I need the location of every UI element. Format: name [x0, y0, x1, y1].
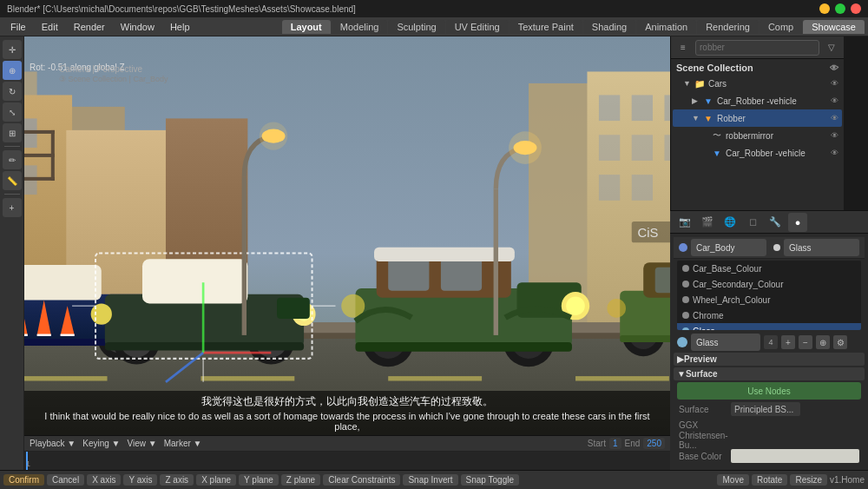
- viewport-3d[interactable]: ⬛ Orientation: ↔ Default Drag: Select Bo…: [24, 36, 670, 470]
- menu-render[interactable]: Render: [67, 20, 112, 34]
- menu-edit[interactable]: Edit: [35, 20, 65, 34]
- glass-name-display[interactable]: Glass: [691, 334, 760, 351]
- close-button[interactable]: [851, 3, 861, 14]
- prop-object-icon[interactable]: ◻: [743, 213, 762, 232]
- maximize-button[interactable]: [835, 3, 845, 14]
- sc-item-robbermirror[interactable]: 〜 robbermirror 👁: [673, 127, 842, 144]
- timeline-track[interactable]: 1: [24, 452, 670, 470]
- sc-eye-car-robber-2[interactable]: 👁: [831, 149, 838, 157]
- snap-toggle-btn[interactable]: Snap Toggle: [461, 474, 519, 486]
- workspace-layout[interactable]: Layout: [282, 20, 331, 34]
- svg-rect-103: [242, 177, 247, 335]
- svg-rect-53: [142, 259, 247, 303]
- minimize-button[interactable]: [819, 3, 830, 14]
- sc-item-cars[interactable]: ▼ 📁 Cars 👁: [673, 75, 842, 92]
- preview-section-header[interactable]: ▶ Preview: [674, 353, 865, 366]
- preview-arrow: ▶: [677, 354, 684, 364]
- prop-camera-icon[interactable]: 📷: [675, 213, 694, 232]
- preview-label: Preview: [684, 354, 717, 364]
- transform-tool[interactable]: ⊞: [3, 123, 22, 142]
- christensen-label: Christensen-Bu...: [679, 431, 731, 450]
- christensen-row: Christensen-Bu...: [674, 433, 865, 448]
- sc-eye-icon[interactable]: 👁: [830, 63, 838, 73]
- workspace-animation[interactable]: Animation: [636, 20, 696, 34]
- y-plane-btn[interactable]: Y plane: [239, 474, 279, 486]
- use-nodes-button[interactable]: Use Nodes: [677, 382, 861, 400]
- mat-add-btn[interactable]: +: [781, 335, 795, 349]
- scale-tool[interactable]: ⤡: [3, 102, 22, 122]
- outliner-filter[interactable]: ▽: [823, 39, 840, 56]
- mat-item-base[interactable]: Car_Base_Colour: [677, 261, 861, 276]
- mat-item-chrome[interactable]: Chrome: [677, 307, 861, 323]
- workspace-showcase[interactable]: Showcase: [803, 20, 865, 34]
- scene-collection-list: Scene Collection 👁 ▼ 📁 Cars 👁 ▶: [671, 59, 844, 210]
- sc-eye-robbermirror[interactable]: 👁: [831, 131, 838, 140]
- svg-rect-35: [201, 376, 294, 380]
- start-frame[interactable]: 1: [609, 438, 621, 449]
- sc-item-robber[interactable]: ▼ ▼ Robber 👁: [673, 109, 842, 127]
- object-name-btn[interactable]: Car_Body: [691, 239, 766, 256]
- workspace-texture[interactable]: Texture Paint: [510, 20, 582, 34]
- menu-window[interactable]: Window: [114, 20, 161, 34]
- mat-item-wheel[interactable]: Wheel_Arch_Colour: [677, 292, 861, 307]
- rotate-btn[interactable]: Rotate: [752, 474, 787, 486]
- y-axis-btn[interactable]: Y axis: [123, 474, 157, 486]
- menu-help[interactable]: Help: [163, 20, 197, 34]
- sc-eye-car-robber-1[interactable]: 👁: [831, 96, 838, 105]
- workspace-sculpting[interactable]: Sculpting: [388, 20, 444, 34]
- z-axis-btn[interactable]: Z axis: [160, 474, 194, 486]
- end-frame[interactable]: 250: [643, 438, 665, 449]
- prop-modifier-icon[interactable]: 🔧: [766, 213, 785, 232]
- clear-constraints-btn[interactable]: Clear Constraints: [323, 474, 400, 486]
- menu-file[interactable]: File: [3, 20, 33, 34]
- surface-section-header[interactable]: ▼ Surface: [674, 367, 865, 380]
- material-name-btn[interactable]: Glass: [784, 239, 859, 256]
- workspace-rendering[interactable]: Rendering: [697, 20, 759, 34]
- workspace-shading[interactable]: Shading: [583, 20, 635, 34]
- z-plane-btn[interactable]: Z plane: [281, 474, 320, 486]
- workspace-uv[interactable]: UV Editing: [446, 20, 509, 34]
- base-color-swatch[interactable]: [731, 449, 859, 463]
- sc-item-car-robber-1[interactable]: ▶ ▼ Car_Robber -vehicle 👁: [673, 92, 842, 109]
- mat-item-secondary[interactable]: Car_Secondary_Colour: [677, 276, 861, 292]
- ggx-label: GGX: [679, 420, 731, 430]
- tl-marker[interactable]: Marker ▼: [164, 439, 202, 448]
- snap-invert-btn[interactable]: Snap Invert: [403, 474, 457, 486]
- prop-scene-icon[interactable]: 🎬: [698, 213, 717, 232]
- workspace-modeling[interactable]: Modeling: [332, 20, 388, 34]
- surface-type-value[interactable]: Principled BS...: [731, 402, 800, 416]
- sc-arrow-cars: ▼: [683, 79, 694, 88]
- add-tool[interactable]: +: [3, 198, 22, 217]
- base-color-label: Base Color: [679, 452, 731, 461]
- sc-eye-cars[interactable]: 👁: [831, 79, 838, 88]
- sc-eye-robber[interactable]: 👁: [831, 114, 838, 122]
- sc-item-car-robber-2[interactable]: ▼ Car_Robber -vehicle 👁: [673, 144, 842, 162]
- svg-rect-76: [441, 258, 482, 291]
- move-btn[interactable]: Move: [717, 474, 748, 486]
- x-plane-btn[interactable]: X plane: [196, 474, 236, 486]
- tl-view[interactable]: View ▼: [128, 439, 157, 448]
- measure-tool[interactable]: 📏: [3, 171, 22, 190]
- materials-list: Car_Base_Colour Car_Secondary_Colour Whe…: [677, 261, 861, 330]
- cancel-btn[interactable]: Cancel: [47, 474, 84, 486]
- outliner-search[interactable]: [695, 40, 819, 56]
- cursor-tool[interactable]: ✛: [3, 40, 22, 59]
- mat-item-glass[interactable]: Glass: [677, 323, 861, 330]
- annotate-tool[interactable]: ✏: [3, 150, 22, 169]
- resize-btn[interactable]: Resize: [790, 474, 827, 486]
- outliner-editor-icon[interactable]: ≡: [674, 39, 692, 56]
- mat-remove-btn[interactable]: −: [799, 335, 812, 349]
- mat-settings-btn[interactable]: ⚙: [833, 335, 847, 349]
- rotate-tool[interactable]: ↻: [3, 82, 22, 101]
- mat-browse-btn[interactable]: ⊕: [816, 335, 830, 349]
- outliner-header: ≡ ▽: [671, 36, 844, 59]
- move-tool[interactable]: ⊕: [3, 61, 22, 80]
- tl-keying[interactable]: Keying ▼: [82, 439, 120, 448]
- confirm-btn[interactable]: Confirm: [3, 474, 44, 486]
- x-axis-btn[interactable]: X axis: [87, 474, 121, 486]
- prop-world-icon[interactable]: 🌐: [720, 213, 740, 232]
- tl-playback[interactable]: Playback ▼: [30, 439, 76, 448]
- workspace-comp[interactable]: Comp: [760, 20, 802, 34]
- surface-label-header: Surface: [686, 369, 718, 379]
- prop-material-icon[interactable]: ●: [788, 213, 807, 232]
